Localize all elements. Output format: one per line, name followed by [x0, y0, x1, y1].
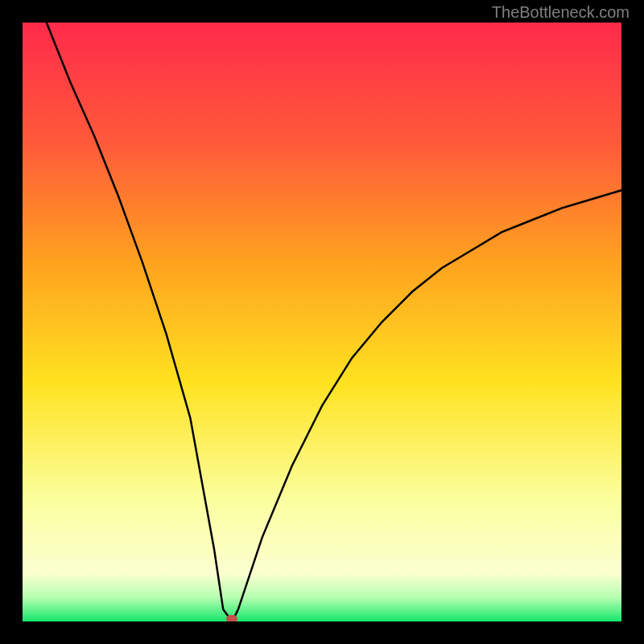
watermark-text: TheBottleneck.com	[492, 3, 630, 22]
plot-area	[23, 23, 621, 621]
optimal-point-marker	[226, 615, 237, 621]
bottleneck-curve	[23, 23, 621, 621]
